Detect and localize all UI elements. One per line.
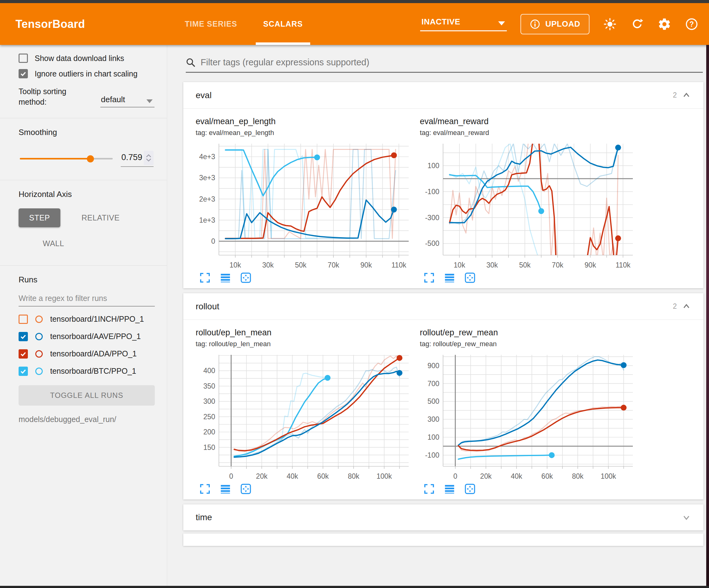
section-header-rollout[interactable]: rollout 2 [183, 293, 703, 320]
fullscreen-icon[interactable] [423, 272, 435, 283]
fullscreen-icon[interactable] [423, 483, 435, 494]
chevron-up-icon[interactable] [682, 91, 691, 100]
svg-text:100: 100 [427, 433, 439, 441]
svg-text:60k: 60k [542, 472, 553, 480]
svg-text:-100: -100 [425, 188, 439, 196]
run-label: tensorboard/BTC/PPO_1 [50, 366, 136, 376]
run-color-circle [35, 350, 43, 358]
chart-title: rollout/ep_rew_mean [420, 328, 636, 337]
run-checkbox[interactable] [19, 366, 28, 376]
run-row[interactable]: tensorboard/ADA/PPO_1 [19, 349, 155, 359]
run-label: tensorboard/1INCH/PPO_1 [50, 314, 144, 324]
settings-sidebar: Show data download links Ignore outliers… [0, 45, 167, 586]
run-row[interactable]: tensorboard/AAVE/PPO_1 [19, 332, 155, 341]
line-chart-canvas[interactable]: 100-100-300-50010k30k50k70k90k110k [420, 141, 636, 271]
tab-time-series[interactable]: TIME SERIES [172, 3, 250, 45]
chevron-down-icon[interactable] [682, 513, 691, 522]
help-button[interactable]: ? [685, 17, 699, 31]
chevron-down-icon [147, 99, 153, 103]
upload-button[interactable]: UPLOAD [521, 14, 589, 34]
svg-text:2e+3: 2e+3 [199, 195, 215, 203]
spinner-up-icon[interactable] [146, 154, 151, 158]
tab-scalars[interactable]: SCALARS [250, 3, 316, 45]
runs-base-path: models/debugged_eval_run/ [19, 415, 155, 424]
brightness-toggle-button[interactable] [603, 17, 617, 31]
settings-button[interactable] [658, 17, 671, 31]
svg-text:20k: 20k [480, 472, 492, 480]
chart-eval-mean-ep-length: eval/mean_ep_length tag: eval/mean_ep_le… [196, 117, 412, 283]
checkbox-unchecked-icon[interactable] [19, 54, 28, 63]
chart-tag: tag: eval/mean_reward [420, 129, 636, 137]
svg-text:30k: 30k [262, 261, 274, 269]
fullscreen-icon[interactable] [200, 483, 211, 494]
window-top-edge [0, 0, 709, 3]
fit-domain-icon[interactable] [465, 483, 476, 494]
svg-text:100k: 100k [601, 472, 616, 480]
axis-step-button[interactable]: STEP [19, 208, 60, 227]
svg-text:80k: 80k [572, 472, 584, 480]
svg-text:110k: 110k [391, 261, 406, 269]
runs-filter-input[interactable]: Write a regex to filter runs [19, 294, 155, 307]
svg-text:20k: 20k [256, 472, 268, 480]
run-row[interactable]: tensorboard/BTC/PPO_1 [19, 366, 155, 376]
smoothing-value-field[interactable]: 0.759 [121, 151, 154, 167]
data-table-icon[interactable] [444, 272, 455, 283]
status-value: INACTIVE [421, 17, 460, 27]
fullscreen-icon[interactable] [200, 272, 211, 283]
chevron-down-icon [498, 21, 505, 25]
line-chart-canvas[interactable]: 150200250300350400020k40k60k80k100k [196, 352, 412, 482]
smoothing-control: 0.759 [19, 151, 155, 167]
line-chart-canvas[interactable]: 01e+32e+33e+34e+310k30k50k70k90k110k [196, 141, 412, 271]
smoothing-value: 0.759 [121, 153, 144, 163]
window-bottom-edge [0, 586, 709, 588]
tooltip-sorting-select[interactable]: default [100, 95, 155, 107]
help-icon: ? [685, 17, 699, 31]
toggle-all-runs-button[interactable]: TOGGLE ALL RUNS [19, 385, 155, 406]
svg-text:150: 150 [203, 443, 215, 452]
info-icon [530, 19, 540, 29]
data-table-icon[interactable] [444, 483, 455, 494]
axis-relative-button[interactable]: RELATIVE [71, 208, 130, 227]
main-content: Filter tags (regular expressions support… [167, 45, 706, 586]
section-card-time: time [183, 504, 703, 530]
number-spinner[interactable] [144, 151, 154, 165]
slider-thumb[interactable] [87, 155, 94, 162]
charts-row: rollout/ep_len_mean tag: rollout/ep_len_… [183, 320, 703, 500]
refresh-button[interactable] [630, 17, 644, 31]
status-dropdown[interactable]: INACTIVE [420, 17, 507, 31]
charts-row: eval/mean_ep_length tag: eval/mean_ep_le… [183, 109, 703, 288]
svg-text:0: 0 [453, 472, 457, 480]
section-header-time[interactable]: time [183, 504, 703, 530]
fit-domain-icon[interactable] [240, 272, 252, 283]
window-right-edge [706, 45, 709, 588]
svg-text:10k: 10k [453, 261, 465, 269]
run-checkbox[interactable] [19, 332, 28, 341]
horizontal-axis-label: Horizontal Axis [19, 189, 155, 199]
fit-domain-icon[interactable] [240, 483, 252, 494]
fit-domain-icon[interactable] [465, 272, 476, 283]
tooltip-sorting-label: Tooltip sorting method: [19, 86, 96, 107]
line-chart-canvas[interactable]: -100100300500700900020k40k60k80k100k [420, 352, 636, 482]
tag-filter-placeholder: Filter tags (regular expressions support… [201, 57, 369, 68]
section-header-eval[interactable]: eval 2 [183, 82, 703, 109]
data-table-icon[interactable] [220, 483, 231, 494]
run-row[interactable]: tensorboard/1INCH/PPO_1 [19, 314, 155, 324]
smoothing-label: Smoothing [19, 128, 155, 137]
checkbox-checked-icon[interactable] [19, 69, 28, 78]
axis-wall-button[interactable]: WALL [32, 234, 75, 253]
tag-filter-input[interactable]: Filter tags (regular expressions support… [186, 57, 703, 73]
show-download-links-checkbox-row[interactable]: Show data download links [19, 54, 155, 63]
chart-tag: tag: rollout/ep_len_mean [196, 340, 412, 348]
ignore-outliers-checkbox-row[interactable]: Ignore outliers in chart scaling [19, 69, 155, 78]
tooltip-sorting-value: default [101, 95, 125, 104]
svg-text:-300: -300 [425, 214, 439, 222]
section-title: rollout [196, 302, 219, 311]
svg-text:?: ? [689, 20, 694, 28]
run-checkbox[interactable] [19, 349, 28, 359]
smoothing-slider[interactable] [20, 158, 113, 159]
data-table-icon[interactable] [220, 272, 231, 283]
run-checkbox[interactable] [19, 314, 28, 324]
chevron-up-icon[interactable] [682, 302, 691, 311]
spinner-down-icon[interactable] [146, 158, 151, 162]
chart-title: eval/mean_ep_length [196, 117, 412, 126]
